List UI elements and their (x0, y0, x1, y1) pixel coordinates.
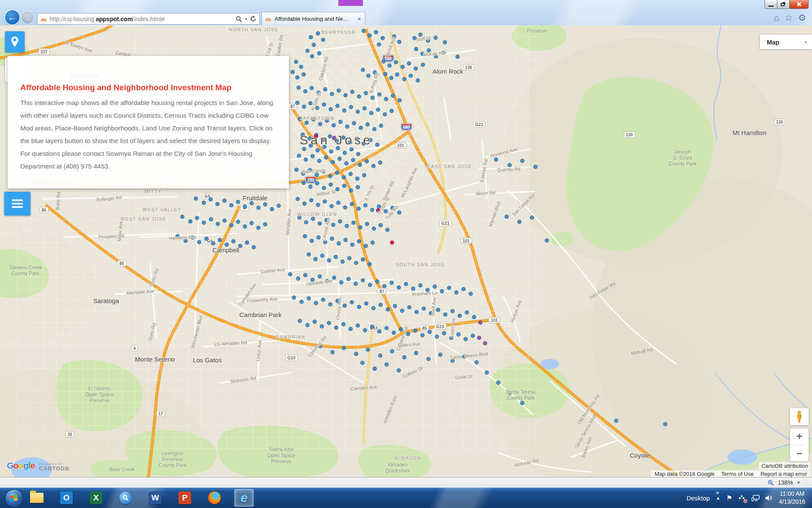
taskbar-app-internet-explorer[interactable]: e (234, 489, 254, 507)
housing-project-marker[interactable] (311, 217, 315, 221)
housing-project-marker[interactable] (391, 94, 395, 98)
housing-project-marker[interactable] (356, 185, 360, 189)
housing-project-marker[interactable] (350, 202, 354, 206)
housing-project-marker[interactable] (335, 187, 340, 191)
housing-project-marker[interactable] (298, 117, 302, 121)
taskbar-app-outlook[interactable]: O (57, 489, 76, 507)
housing-project-marker[interactable] (256, 226, 261, 230)
housing-project-marker[interactable] (384, 97, 388, 101)
housing-project-marker[interactable] (422, 306, 426, 311)
housing-project-marker[interactable] (374, 30, 378, 34)
housing-project-marker[interactable] (222, 199, 227, 203)
housing-project-marker[interactable] (324, 155, 328, 160)
housing-project-marker[interactable] (202, 201, 206, 205)
housing-project-marker[interactable] (373, 367, 377, 371)
housing-project-marker[interactable] (377, 329, 381, 334)
housing-project-marker[interactable] (379, 303, 383, 307)
housing-project-marker[interactable] (440, 289, 444, 293)
housing-project-marker[interactable] (387, 64, 392, 68)
housing-project-marker-purple[interactable] (478, 320, 483, 325)
housing-project-marker[interactable] (383, 72, 387, 76)
housing-project-marker[interactable] (309, 198, 313, 202)
housing-project-marker[interactable] (384, 209, 388, 213)
address-bar[interactable]: http://csj-housing.appspot.com/index.htm… (37, 13, 260, 25)
housing-project-marker[interactable] (363, 203, 368, 207)
housing-project-marker[interactable] (392, 331, 396, 335)
map-type-dropdown[interactable]: Map ▾ (760, 35, 812, 49)
housing-project-marker[interactable] (252, 245, 256, 249)
housing-project-marker[interactable] (310, 54, 314, 58)
housing-project-marker[interactable] (375, 143, 379, 147)
housing-project-marker[interactable] (302, 72, 306, 77)
housing-project-marker[interactable] (302, 202, 307, 206)
housing-project-marker[interactable] (414, 351, 418, 355)
housing-project-marker[interactable] (397, 40, 401, 44)
housing-project-marker[interactable] (277, 204, 281, 208)
housing-project-marker[interactable] (304, 157, 308, 162)
housing-project-marker[interactable] (404, 282, 408, 286)
housing-project-marker-purple[interactable] (332, 136, 336, 140)
housing-project-marker[interactable] (407, 61, 411, 66)
housing-project-marker[interactable] (520, 159, 524, 163)
housing-project-marker[interactable] (455, 55, 460, 59)
housing-project-marker[interactable] (218, 238, 222, 242)
housing-project-marker[interactable] (321, 138, 325, 142)
minimize-button[interactable] (765, 0, 777, 9)
housing-project-marker[interactable] (381, 36, 385, 40)
housing-project-marker[interactable] (508, 163, 512, 167)
housing-project-marker[interactable] (475, 360, 479, 364)
housing-project-marker[interactable] (349, 105, 353, 109)
housing-project-marker[interactable] (365, 222, 369, 226)
housing-project-marker[interactable] (202, 221, 206, 225)
tab-close-icon[interactable]: × (357, 16, 362, 22)
settings-gear-icon[interactable]: ⚙ (798, 13, 806, 23)
housing-project-marker[interactable] (298, 319, 302, 323)
housing-project-marker[interactable] (345, 124, 349, 129)
housing-project-marker[interactable] (343, 151, 347, 155)
housing-project-marker[interactable] (334, 255, 338, 259)
housing-project-marker[interactable] (433, 36, 438, 40)
housing-project-marker[interactable] (263, 202, 267, 207)
housing-project-marker[interactable] (357, 207, 361, 211)
housing-project-marker[interactable] (355, 177, 359, 181)
housing-project-marker[interactable] (348, 327, 353, 331)
taskbar-app-firefox[interactable] (205, 489, 224, 507)
housing-project-marker[interactable] (421, 63, 425, 67)
housing-project-marker[interactable] (465, 310, 469, 315)
housing-project-marker[interactable] (351, 221, 356, 225)
housing-project-marker[interactable] (316, 203, 320, 207)
zoom-dropdown-caret[interactable]: ▼ (797, 480, 801, 485)
housing-project-marker[interactable] (362, 141, 366, 146)
housing-project-marker[interactable] (304, 121, 309, 125)
housing-project-marker[interactable] (303, 89, 307, 94)
housing-project-marker[interactable] (323, 240, 327, 244)
housing-project-marker[interactable] (361, 278, 365, 282)
housing-project-marker[interactable] (349, 147, 354, 152)
housing-project-marker[interactable] (321, 298, 325, 302)
housing-project-marker[interactable] (370, 208, 374, 212)
housing-project-marker[interactable] (390, 349, 394, 353)
housing-project-marker[interactable] (368, 262, 372, 266)
housing-project-marker[interactable] (364, 244, 368, 248)
desktop-toolbar-label[interactable]: Desktop » (686, 494, 710, 502)
housing-project-marker[interactable] (342, 346, 346, 350)
housing-project-marker[interactable] (341, 322, 346, 326)
housing-project-marker[interactable] (238, 244, 242, 248)
housing-project-marker[interactable] (368, 138, 373, 142)
housing-project-marker[interactable] (449, 336, 453, 340)
action-center-flag-icon[interactable]: ⚑ (726, 494, 732, 502)
housing-project-marker[interactable] (176, 234, 180, 238)
housing-project-marker[interactable] (307, 252, 311, 257)
housing-project-marker[interactable] (359, 126, 363, 130)
housing-project-marker[interactable] (341, 135, 346, 140)
housing-project-marker[interactable] (350, 90, 354, 94)
housing-project-marker[interactable] (305, 49, 310, 53)
housing-project-marker[interactable] (338, 219, 342, 224)
housing-project-marker[interactable] (418, 283, 422, 287)
housing-project-marker[interactable] (385, 228, 390, 232)
show-hidden-icons-button[interactable]: ▲ (716, 495, 720, 500)
housing-project-marker[interactable] (314, 301, 318, 305)
housing-project-marker[interactable] (337, 157, 342, 161)
housing-project-marker[interactable] (316, 91, 321, 95)
housing-project-marker[interactable] (330, 92, 334, 96)
